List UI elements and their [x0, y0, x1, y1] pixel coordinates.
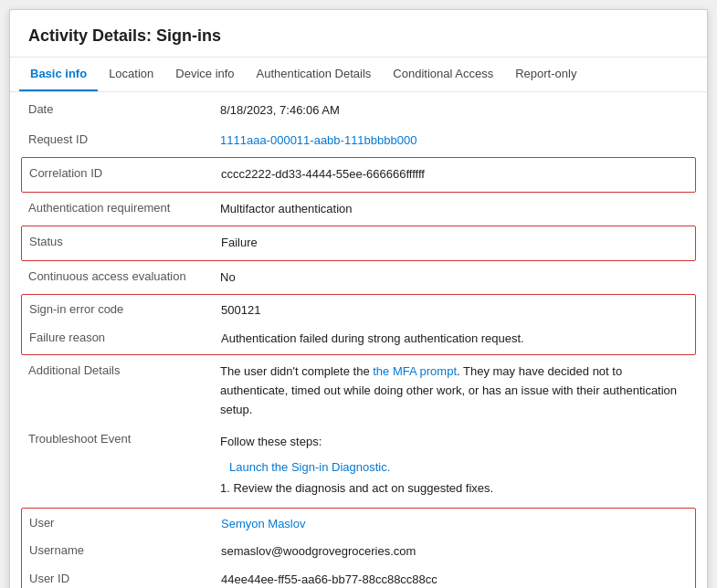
tab-conditional-access[interactable]: Conditional Access: [382, 58, 504, 91]
status-label: Status: [29, 234, 221, 248]
error-group-box: Sign-in error code 500121 Failure reason…: [21, 294, 696, 355]
additional-details-value: The user didn't complete the the MFA pro…: [220, 362, 689, 419]
tab-authentication-details[interactable]: Authentication Details: [246, 58, 383, 91]
username-value: semaslov@woodgrovegroceries.com: [221, 542, 688, 561]
tab-report-only[interactable]: Report-only: [504, 58, 587, 91]
additional-details-row: Additional Details The user didn't compl…: [10, 357, 707, 425]
request-id-row: Request ID 1111aaa-000011-aabb-111bbbbb0…: [10, 126, 707, 156]
troubleshoot-step1: 1. Review the diagnosis and act on sugge…: [220, 478, 689, 499]
cae-label: Continuous access evaluation: [28, 268, 220, 283]
username-row: Username semaslov@woodgrovegroceries.com: [29, 538, 688, 566]
correlation-id-row: Correlation ID cccc2222-dd33-4444-55ee-6…: [29, 162, 688, 188]
troubleshoot-steps-header: Follow these steps:: [220, 431, 689, 452]
correlation-id-label: Correlation ID: [29, 165, 221, 180]
content-area: Date 8/18/2023, 7:46:06 AM Request ID 11…: [10, 92, 707, 588]
additional-details-label: Additional Details: [28, 362, 220, 377]
sign-in-error-value: 500121: [221, 301, 688, 320]
activity-details-window: Activity Details: Sign-ins Basic info Lo…: [9, 9, 708, 588]
sign-in-error-row: Sign-in error code 500121: [29, 297, 688, 325]
status-box: Status Failure: [21, 226, 696, 261]
date-label: Date: [28, 101, 220, 116]
correlation-id-box: Correlation ID cccc2222-dd33-4444-55ee-6…: [21, 157, 696, 193]
user-id-value: 44ee44ee-ff55-aa66-bb77-88cc88cc88cc: [221, 571, 688, 588]
username-label: Username: [29, 542, 221, 557]
troubleshoot-link[interactable]: Launch the Sign-in Diagnostic.: [229, 460, 390, 474]
user-group-box: User Semyon Maslov Username semaslov@woo…: [21, 508, 696, 588]
request-id-label: Request ID: [28, 131, 220, 146]
auth-req-row: Authentication requirement Multifactor a…: [10, 194, 707, 225]
tab-basic-info[interactable]: Basic info: [19, 58, 98, 91]
cae-row: Continuous access evaluation No: [10, 263, 707, 293]
sign-in-error-label: Sign-in error code: [29, 301, 221, 316]
user-id-label: User ID: [29, 571, 221, 585]
troubleshoot-value: Follow these steps: Launch the Sign-in D…: [220, 431, 689, 499]
mfa-highlight: the MFA prompt: [373, 364, 457, 378]
user-id-row: User ID 44ee44ee-ff55-aa66-bb77-88cc88cc…: [29, 566, 688, 588]
user-value[interactable]: Semyon Maslov: [221, 515, 688, 533]
auth-req-value: Multifactor authentication: [220, 200, 689, 218]
user-row: User Semyon Maslov: [29, 510, 688, 539]
status-value: Failure: [221, 234, 688, 252]
troubleshoot-row: Troubleshoot Event Follow these steps: L…: [10, 425, 707, 505]
correlation-id-value: cccc2222-dd33-4444-55ee-666666ffffff: [221, 165, 688, 184]
status-row: Status Failure: [29, 230, 688, 257]
tab-location[interactable]: Location: [98, 58, 164, 91]
troubleshoot-label: Troubleshoot Event: [28, 431, 220, 446]
user-label: User: [29, 515, 221, 530]
date-row: Date 8/18/2023, 7:46:06 AM: [10, 96, 707, 126]
failure-reason-row: Failure reason Authentication failed dur…: [29, 325, 688, 353]
cae-value: No: [220, 268, 689, 287]
failure-reason-label: Failure reason: [29, 330, 221, 344]
tab-device-info[interactable]: Device info: [164, 58, 245, 91]
tab-bar: Basic info Location Device info Authenti…: [10, 58, 707, 92]
date-value: 8/18/2023, 7:46:06 AM: [220, 101, 689, 120]
request-id-value[interactable]: 1111aaa-000011-aabb-111bbbbb000: [220, 131, 689, 150]
failure-reason-value: Authentication failed during strong auth…: [221, 330, 688, 348]
auth-req-label: Authentication requirement: [28, 200, 220, 215]
page-title: Activity Details: Sign-ins: [10, 10, 707, 58]
